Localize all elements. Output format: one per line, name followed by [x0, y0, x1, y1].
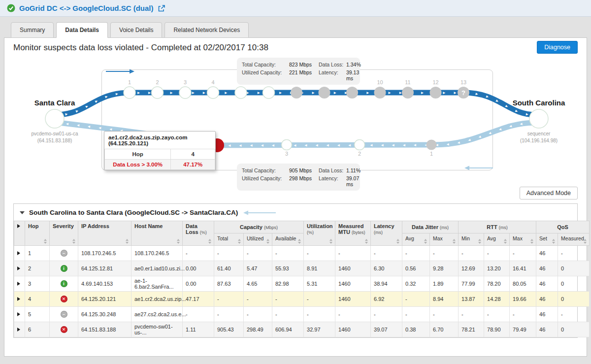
inbound-hop-node[interactable]: [282, 140, 292, 150]
cell-metric: 82.98: [272, 276, 304, 292]
page-title: Monitor suspects data loss violated - Co…: [13, 43, 268, 53]
outbound-hop-node[interactable]: [346, 87, 358, 99]
row-expander[interactable]: [14, 292, 25, 307]
cell-hop: 6: [25, 322, 50, 337]
cell-metric: 61.40: [214, 261, 244, 276]
tab-data-details[interactable]: Data Details: [56, 22, 108, 38]
tab-voice-details[interactable]: Voice Details: [110, 22, 162, 38]
header-ip-address[interactable]: IP Address: [78, 221, 131, 246]
row-expander[interactable]: [14, 246, 25, 261]
cell-host-name: ae-1-6.bar2.SanFra...: [131, 276, 183, 292]
header-rtt-max[interactable]: Max: [510, 233, 536, 246]
row-expander[interactable]: [14, 307, 25, 322]
cell-metric: 1.11: [183, 322, 214, 337]
stat-value: 221 Mbps: [289, 69, 319, 81]
header-severity[interactable]: Severity: [50, 221, 78, 246]
table-row[interactable]: 2i64.125.12.81ae0.er1.iad10.us.zi...0.00…: [14, 261, 590, 276]
cell-metric: 46: [536, 261, 558, 276]
cell-metric: -: [214, 292, 244, 307]
table-row[interactable]: 1–108.170.246.5108.170.246.5------------…: [14, 246, 590, 261]
hop-number: 13: [460, 79, 466, 85]
monitor-title: GoGrid DC <-> GoogleCloud.SC (dual): [19, 4, 154, 12]
header-host-name[interactable]: Host Name: [131, 221, 183, 246]
monitor-header: GoGrid DC <-> GoogleCloud.SC (dual): [0, 0, 591, 17]
cell-metric: 4.65: [244, 276, 272, 292]
hop-tooltip-title: ae1.cr2.dca2.us.zip.zayo.com (64.125.20.…: [104, 132, 215, 149]
header-rtt-min[interactable]: Min: [459, 233, 484, 246]
table-row[interactable]: 5–64.125.30.248ae27.cs2.dca2.us.e...----…: [14, 307, 590, 322]
inbound-hop-node[interactable]: [427, 140, 437, 150]
cell-metric: 0: [558, 322, 590, 337]
outbound-stats-box: Total Capacity: 823 Mbps Data Loss: 1.34…: [237, 58, 360, 85]
stat-label: Total Capacity:: [242, 62, 289, 67]
row-expander[interactable]: [14, 276, 25, 292]
tooltip-row: Hop 4: [105, 149, 215, 160]
outbound-hop-node[interactable]: [319, 87, 330, 99]
cell-metric: -: [304, 307, 335, 322]
header-data-loss[interactable]: Data Loss (%): [183, 221, 214, 246]
hop-number: 12: [432, 79, 438, 85]
tab-related-network-devices[interactable]: Related Network Devices: [164, 22, 249, 38]
outbound-hop-node[interactable]: [263, 87, 275, 99]
target-node[interactable]: [529, 109, 548, 128]
cell-metric: 0.32: [402, 276, 430, 292]
source-node[interactable]: [45, 109, 64, 128]
diagnose-button[interactable]: Diagnose: [537, 41, 578, 54]
header-jitter-max[interactable]: Max: [430, 233, 459, 246]
outbound-hop-node[interactable]: [179, 87, 191, 99]
outbound-hop-node[interactable]: [207, 87, 219, 99]
cell-metric: 0.00: [183, 276, 214, 292]
table-row[interactable]: 6✕64.151.83.188pvcdemo-sw01-us-...1.1190…: [14, 322, 590, 337]
cell-metric: -: [335, 307, 371, 322]
outbound-hop-node[interactable]: [235, 87, 247, 99]
outbound-hop-node[interactable]: [291, 87, 302, 99]
outbound-hop-node[interactable]: [374, 87, 386, 99]
cell-hop: 2: [25, 261, 50, 276]
cell-ip-address: 64.125.20.121: [78, 292, 131, 307]
cell-metric: 1460: [335, 292, 371, 307]
cell-metric: 1460: [335, 276, 371, 292]
header-qos-measured[interactable]: Measured: [558, 233, 590, 246]
stat-label: Data Loss:: [319, 62, 346, 67]
outbound-hop-node[interactable]: [402, 87, 414, 99]
header-capacity-total[interactable]: Total: [214, 233, 244, 246]
header-qos-group: QoS: [536, 221, 590, 233]
header-capacity-utilized[interactable]: Utilized: [244, 233, 272, 246]
advanced-mode-button[interactable]: Advanced Mode: [520, 187, 578, 199]
table-row[interactable]: 3i4.69.140.153ae-1-6.bar2.SanFra...0.008…: [14, 276, 590, 292]
cell-metric: -: [484, 246, 510, 261]
hop-table-section: South Carolina to Santa Clara (GoogleClo…: [13, 203, 578, 338]
cell-metric: -: [244, 307, 272, 322]
share-icon[interactable]: [158, 4, 165, 12]
cell-metric: 13.87: [459, 292, 484, 307]
row-expander[interactable]: [14, 322, 25, 337]
tooltip-hop-value: 4: [171, 149, 215, 160]
header-measured-mtu[interactable]: Measured MTU (bytes): [335, 221, 371, 246]
header-jitter-avg[interactable]: Avg: [402, 233, 430, 246]
tab-summary[interactable]: Summary: [11, 22, 54, 38]
cell-metric: -: [371, 246, 402, 261]
cell-hop: 4: [25, 292, 50, 307]
table-row[interactable]: 4✕64.125.20.121ae1.cr2.dca2.us.zip...47.…: [14, 292, 590, 307]
collapse-caret-icon[interactable]: [20, 211, 25, 214]
cell-severity: –: [50, 246, 78, 261]
header-hop[interactable]: Hop: [25, 221, 50, 246]
inbound-direction-arrow: [463, 165, 494, 171]
header-utilization[interactable]: Utilization (%): [304, 221, 335, 246]
header-qos-set[interactable]: Set: [536, 233, 558, 246]
cell-metric: -: [183, 307, 214, 322]
cell-metric: 78.90: [484, 322, 510, 337]
section-title: South Carolina to Santa Clara (GoogleClo…: [29, 209, 238, 216]
target-name: South Carolina: [507, 99, 571, 107]
cell-severity: i: [50, 261, 78, 276]
cell-metric: -: [304, 246, 335, 261]
header-capacity-available[interactable]: Available: [272, 233, 304, 246]
outbound-hop-node[interactable]: [124, 87, 135, 99]
cell-metric: 5.47: [244, 261, 272, 276]
inbound-hop-node[interactable]: [355, 140, 365, 150]
outbound-hop-node[interactable]: [152, 87, 164, 99]
row-expander[interactable]: [14, 261, 25, 276]
header-rtt-avg[interactable]: Avg: [484, 233, 510, 246]
header-latency[interactable]: Latency (ms): [371, 221, 402, 246]
outbound-hop-node[interactable]: [430, 87, 442, 99]
